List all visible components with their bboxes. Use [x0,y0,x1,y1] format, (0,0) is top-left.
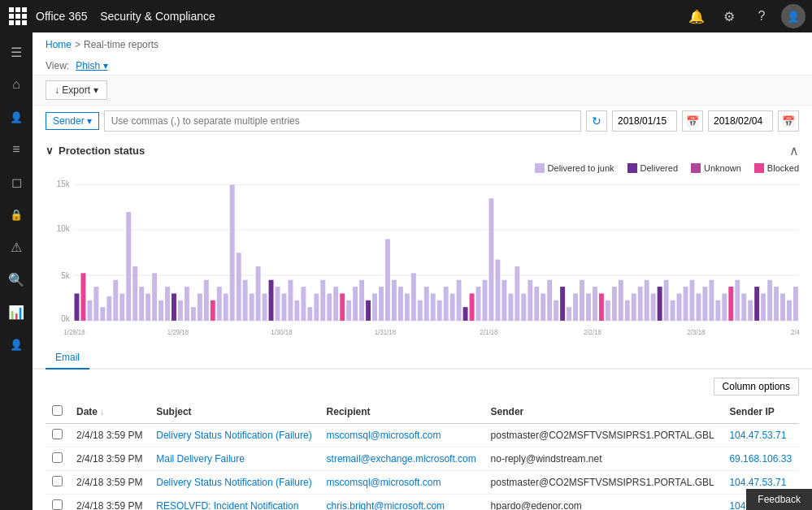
row-checkbox-cell[interactable] [46,447,70,471]
settings-icon[interactable]: ⚙ [716,3,742,29]
row-sender-ip-0[interactable]: 104.47.53.71 [723,424,799,447]
legend-blocked: Blocked [754,163,799,173]
table-body: 2/4/18 3:59 PM Delivery Status Notificat… [46,424,799,511]
row-subject-1[interactable]: Mail Delivery Failure [150,447,319,471]
calendar-from-button[interactable]: 📅 [682,110,703,132]
col-date[interactable]: Date ↓ [70,400,150,424]
section-collapse-button[interactable]: ∧ [789,143,799,158]
svg-rect-19 [145,293,150,320]
sidebar-item-reports[interactable]: 📊 [0,296,33,328]
date-to-input[interactable] [708,110,773,132]
sender-ip-link-2[interactable]: 104.47.53.71 [729,477,786,488]
sidebar-item-list[interactable]: ≡ [0,133,33,166]
row-recipient-0[interactable]: mscomsql@microsoft.com [320,424,484,447]
breadcrumb-home[interactable]: Home [46,39,72,50]
svg-rect-110 [735,280,740,321]
sidebar-item-home[interactable]: ⌂ [0,68,33,101]
col-recipient[interactable]: Recipient [320,400,484,424]
subject-link-2[interactable]: Delivery Status Notification (Failure) [156,477,311,488]
sender-ip-link-1[interactable]: 69.168.106.33 [729,453,792,465]
svg-rect-119 [793,287,798,321]
breadcrumb: Home > Real-time reports [33,32,812,57]
sender-ip-link-0[interactable]: 104.47.53.71 [729,430,786,441]
svg-rect-57 [392,280,397,321]
svg-rect-73 [495,260,500,321]
view-value[interactable]: Phish ▾ [76,60,107,71]
sender-filter-button[interactable]: Sender ▾ [46,112,99,130]
svg-rect-108 [722,293,727,320]
svg-rect-83 [560,287,565,321]
sidebar-item-lock[interactable]: 🔒 [0,198,33,231]
row-subject-2[interactable]: Delivery Status Notification (Failure) [150,471,319,495]
select-all-header[interactable] [46,400,70,424]
svg-rect-84 [567,307,571,321]
protection-status-section: ∨ Protection status ∧ Delivered to junk … [33,136,812,339]
svg-rect-60 [411,273,416,321]
help-icon[interactable]: ? [749,3,775,29]
sidebar-item-search[interactable]: 🔍 [0,263,33,296]
recipient-link-2[interactable]: mscomsql@microsoft.com [327,477,441,488]
export-button[interactable]: ↓ Export ▾ [46,80,107,100]
svg-rect-85 [573,293,578,320]
tab-email[interactable]: Email [46,348,89,370]
svg-rect-106 [709,280,714,321]
svg-rect-29 [211,300,215,321]
sidebar-item-user[interactable]: 👤 [0,328,33,361]
svg-rect-63 [431,293,436,320]
svg-rect-54 [372,293,377,320]
row-checkbox-1[interactable] [52,452,63,463]
row-checkbox-3[interactable] [52,499,63,510]
recipient-link-0[interactable]: mscomsql@microsoft.com [327,430,441,441]
svg-rect-33 [237,253,241,321]
row-subject-3[interactable]: RESOLVFD: Incident Notification [150,495,319,511]
recipient-link-3[interactable]: chris.bright@microsoft.com [327,500,445,510]
sidebar-item-menu[interactable]: ☰ [0,36,33,68]
column-options-button[interactable]: Column options [714,378,799,395]
section-title[interactable]: ∨ Protection status [46,145,145,157]
row-checkbox-cell[interactable] [46,424,70,447]
select-all-checkbox[interactable] [52,405,63,416]
svg-rect-17 [132,266,137,321]
row-recipient-2[interactable]: mscomsql@microsoft.com [320,471,484,495]
feedback-button[interactable]: Feedback [746,489,812,510]
calendar-to-button[interactable]: 📅 [778,110,799,132]
svg-rect-18 [139,287,144,321]
row-sender-2: postmaster@CO2MSFTVSMSIPRS1.PORTAL.GBL [484,471,723,495]
row-checkbox-cell[interactable] [46,471,70,495]
col-sender[interactable]: Sender [484,400,723,424]
svg-rect-104 [696,293,701,320]
recipient-link-1[interactable]: stremail@exchange.microsoft.com [327,453,476,465]
svg-rect-89 [599,293,604,320]
date-from-input[interactable] [612,110,677,132]
subject-link-1[interactable]: Mail Delivery Failure [156,453,245,465]
notification-icon[interactable]: 🔔 [684,3,710,29]
sidebar-item-square[interactable]: ◻ [0,166,33,198]
row-recipient-1[interactable]: stremail@exchange.microsoft.com [320,447,484,471]
subject-link-3[interactable]: RESOLVFD: Incident Notification [156,500,298,510]
col-sender-ip[interactable]: Sender IP [723,400,799,424]
row-sender-ip-1[interactable]: 69.168.106.33 [723,447,799,471]
row-recipient-3[interactable]: chris.bright@microsoft.com [320,495,484,511]
refresh-button[interactable]: ↻ [586,110,607,132]
sidebar-item-people[interactable]: 👤 [0,101,33,133]
svg-rect-47 [327,293,332,320]
svg-rect-26 [191,307,196,321]
svg-rect-43 [301,287,306,321]
svg-rect-102 [684,287,688,321]
row-subject-0[interactable]: Delivery Status Notification (Failure) [150,424,319,447]
subject-link-0[interactable]: Delivery Status Notification (Failure) [156,430,311,441]
col-subject[interactable]: Subject [150,400,319,424]
row-checkbox-cell[interactable] [46,495,70,511]
svg-text:1/28/18: 1/28/18 [63,329,85,336]
search-input[interactable] [104,110,581,132]
avatar[interactable]: 👤 [781,4,805,28]
waffle-icon[interactable] [7,5,29,28]
svg-rect-103 [690,280,695,321]
sidebar-item-alert[interactable]: ⚠ [0,231,33,263]
legend-delivered: Delivered [627,163,678,173]
svg-rect-51 [353,287,358,321]
row-checkbox-0[interactable] [52,429,63,439]
row-checkbox-2[interactable] [52,476,63,486]
legend-color-unknown [691,163,701,173]
svg-rect-46 [320,280,325,321]
